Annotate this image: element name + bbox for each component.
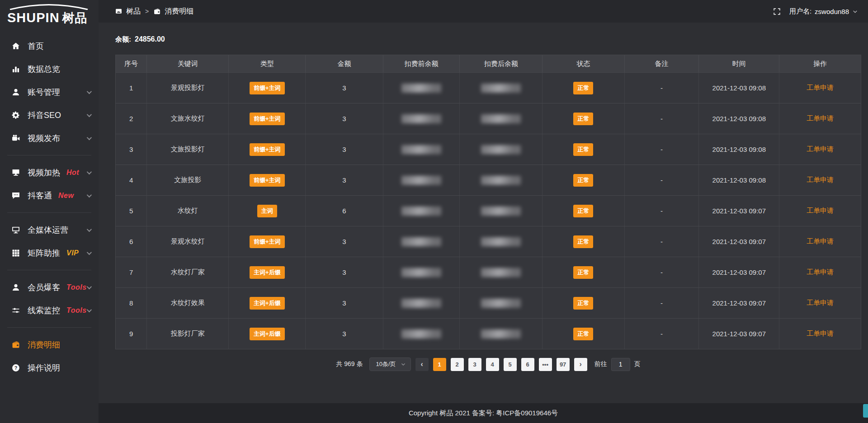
cell-keyword: 文旅投影灯 — [147, 134, 229, 164]
work-order-link[interactable]: 工单申请 — [807, 329, 834, 338]
sidebar-item-badge: Tools — [66, 283, 87, 291]
cell-action: 工单申请 — [779, 73, 861, 103]
breadcrumb-item-app[interactable]: 树品 — [115, 7, 141, 16]
sidebar-item-video-heating[interactable]: 视频加热 Hot — [0, 161, 99, 184]
prev-page-button[interactable]: ‹ — [415, 358, 429, 371]
sidebar-item-account-management[interactable]: 账号管理 — [0, 80, 99, 103]
column-header-post_balance: 扣费后余额 — [460, 55, 542, 72]
cell-time: 2021-12-03 09:08 — [699, 73, 779, 103]
page-button-3[interactable]: 3 — [468, 358, 481, 371]
cell-type: 前缀+主词 — [229, 165, 306, 195]
pagination: 共 969 条 10条/页 ‹ 123456•••97 › 前往 页 — [115, 357, 861, 371]
redacted-balance — [481, 145, 521, 154]
sidebar-item-home[interactable]: 首页 — [0, 34, 99, 57]
table-row: 3文旅投影灯前缀+主词3正常-2021-12-03 09:08工单申请 — [116, 134, 861, 164]
cell-keyword: 水纹灯 — [147, 196, 229, 226]
sidebar-item-operation-guide[interactable]: ? 操作说明 — [0, 356, 99, 379]
sidebar-item-member-marketing[interactable]: 会员爆客 Tools — [0, 276, 99, 299]
cell-post_balance — [460, 288, 542, 318]
username-label: 用户名: — [789, 7, 811, 16]
username-value: zswodun88 — [815, 8, 849, 15]
sidebar-item-clue-monitor[interactable]: 线索监控 Tools — [0, 299, 99, 322]
column-header-time: 时间 — [699, 55, 779, 72]
work-order-link[interactable]: 工单申请 — [807, 299, 834, 307]
breadcrumb-item-current[interactable]: 消费明细 — [153, 7, 193, 16]
cell-post_balance — [460, 134, 542, 164]
sidebar-item-douyin-seo[interactable]: 抖音SEO — [0, 103, 99, 127]
work-order-link[interactable]: 工单申请 — [807, 268, 834, 277]
cell-pre_balance — [383, 73, 460, 103]
work-order-link[interactable]: 工单申请 — [807, 237, 834, 246]
work-order-link[interactable]: 工单申请 — [807, 114, 834, 123]
sliders-icon — [11, 306, 21, 315]
status-badge: 正常 — [573, 174, 593, 187]
status-badge: 正常 — [573, 113, 593, 125]
work-order-link[interactable]: 工单申请 — [807, 207, 834, 215]
sidebar-divider — [7, 212, 91, 213]
cell-pre_balance — [383, 257, 460, 287]
more-pages-button[interactable]: ••• — [539, 358, 552, 371]
page-button-97[interactable]: 97 — [557, 358, 570, 371]
cell-keyword: 景观投影灯 — [147, 73, 229, 103]
page-button-2[interactable]: 2 — [451, 358, 464, 371]
sidebar-item-consumption-detail[interactable]: 消费明细 — [0, 333, 99, 356]
table-body: 1景观投影灯前缀+主词3正常-2021-12-03 09:08工单申请2文旅水纹… — [116, 72, 861, 349]
redacted-balance — [481, 84, 521, 93]
cell-status: 正常 — [542, 226, 624, 257]
sidebar-item-data-overview[interactable]: 数据总览 — [0, 57, 99, 80]
chevron-down-icon — [87, 307, 92, 312]
work-order-link[interactable]: 工单申请 — [807, 84, 834, 92]
page-button-4[interactable]: 4 — [486, 358, 499, 371]
cell-post_balance — [460, 257, 542, 287]
page-button-1[interactable]: 1 — [433, 358, 446, 371]
chat-widget[interactable] — [863, 404, 868, 418]
redacted-balance — [401, 299, 441, 308]
status-badge: 正常 — [573, 297, 593, 310]
user-icon — [11, 87, 21, 97]
cell-time: 2021-12-03 09:08 — [699, 103, 779, 134]
consumption-table: 序号关键词类型金额扣费前余额扣费后余额状态备注时间操作 1景观投影灯前缀+主词3… — [115, 55, 861, 349]
cell-remark: - — [625, 134, 699, 164]
cell-type: 前缀+主词 — [229, 103, 306, 134]
type-badge: 主词+后缀 — [250, 266, 285, 279]
cell-amount: 6 — [306, 196, 383, 226]
page-size-select[interactable]: 10条/页 — [369, 357, 411, 371]
cell-remark: - — [625, 288, 699, 318]
logo-arc-decoration — [8, 4, 90, 10]
next-page-button[interactable]: › — [574, 358, 587, 371]
sidebar-divider — [7, 155, 91, 155]
column-header-remark: 备注 — [625, 55, 699, 72]
chevron-down-icon — [87, 226, 92, 231]
goto-page-input[interactable] — [611, 358, 630, 371]
page-button-5[interactable]: 5 — [504, 358, 517, 371]
work-order-link[interactable]: 工单申请 — [807, 145, 834, 154]
work-order-link[interactable]: 工单申请 — [807, 176, 834, 184]
page-buttons: 123456•••97 — [433, 358, 570, 371]
cell-pre_balance — [383, 319, 460, 349]
user-menu[interactable]: 用户名: zswodun88 — [789, 7, 858, 16]
redacted-balance — [401, 207, 441, 216]
chevron-down-icon — [87, 135, 92, 140]
sidebar-item-douketong[interactable]: 抖客通 New — [0, 184, 99, 207]
sidebar-item-matrix-boost[interactable]: 矩阵助推 VIP — [0, 241, 99, 264]
page-button-6[interactable]: 6 — [521, 358, 534, 371]
redacted-balance — [481, 329, 521, 338]
sidebar-menu: 首页 数据总览 账号管理 抖音SEO 视频发布 视频加热 Hot 抖客通 New — [0, 34, 99, 379]
column-header-keyword: 关键词 — [147, 55, 229, 72]
column-header-type: 类型 — [229, 55, 306, 72]
cell-type: 前缀+主词 — [229, 226, 306, 257]
column-header-pre_balance: 扣费前余额 — [383, 55, 460, 72]
cell-type: 主词+后缀 — [229, 288, 306, 318]
fullscreen-icon[interactable] — [773, 7, 781, 16]
sidebar-item-video-publish[interactable]: 视频发布 — [0, 127, 99, 150]
breadcrumb-label: 消费明细 — [165, 7, 193, 16]
footer: Copyright 树品 2021 备案号: 粤ICP备09019646号 — [99, 403, 868, 423]
type-badge: 前缀+主词 — [250, 235, 285, 248]
goto-label: 前往 — [594, 360, 607, 368]
cell-time: 2021-12-03 09:07 — [699, 288, 779, 318]
sidebar-item-badge: New — [58, 192, 74, 200]
cell-time: 2021-12-03 09:07 — [699, 196, 779, 226]
sidebar-item-media-operation[interactable]: 全媒体运营 — [0, 218, 99, 241]
type-badge: 前缀+主词 — [250, 82, 285, 94]
cell-pre_balance — [383, 103, 460, 134]
